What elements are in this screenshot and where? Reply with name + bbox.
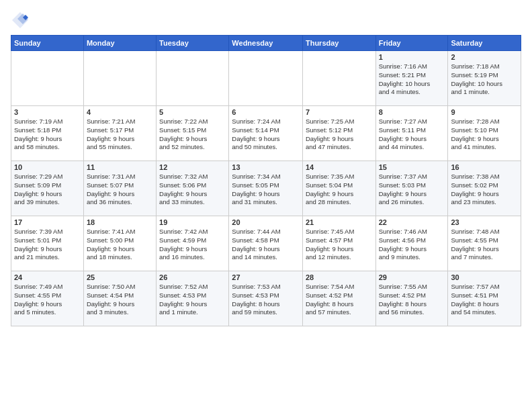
day-number: 27 xyxy=(232,273,300,281)
day-cell: 25Sunrise: 7:50 AM Sunset: 4:54 PM Dayli… xyxy=(83,271,156,326)
day-number: 2 xyxy=(451,53,518,61)
day-cell: 6Sunrise: 7:24 AM Sunset: 5:14 PM Daylig… xyxy=(229,106,303,161)
day-info: Sunrise: 7:37 AM Sunset: 5:03 PM Dayligh… xyxy=(379,173,445,207)
weekday-sunday: Sunday xyxy=(11,36,84,51)
day-info: Sunrise: 7:32 AM Sunset: 5:06 PM Dayligh… xyxy=(159,173,226,207)
day-number: 21 xyxy=(306,218,373,226)
calendar: SundayMondayTuesdayWednesdayThursdayFrid… xyxy=(11,35,521,326)
day-cell: 22Sunrise: 7:46 AM Sunset: 4:56 PM Dayli… xyxy=(375,216,448,271)
day-number: 12 xyxy=(159,163,226,171)
weekday-friday: Friday xyxy=(375,36,448,51)
weekday-wednesday: Wednesday xyxy=(229,36,303,51)
day-info: Sunrise: 7:54 AM Sunset: 4:52 PM Dayligh… xyxy=(306,283,373,317)
day-cell xyxy=(229,51,303,106)
day-info: Sunrise: 7:49 AM Sunset: 4:55 PM Dayligh… xyxy=(14,283,81,317)
week-row-5: 24Sunrise: 7:49 AM Sunset: 4:55 PM Dayli… xyxy=(11,271,521,326)
day-number: 29 xyxy=(379,273,445,281)
week-row-2: 3Sunrise: 7:19 AM Sunset: 5:18 PM Daylig… xyxy=(11,106,521,161)
day-cell: 1Sunrise: 7:16 AM Sunset: 5:21 PM Daylig… xyxy=(375,51,448,106)
day-cell: 9Sunrise: 7:28 AM Sunset: 5:10 PM Daylig… xyxy=(448,106,521,161)
day-number: 22 xyxy=(379,218,445,226)
day-info: Sunrise: 7:38 AM Sunset: 5:02 PM Dayligh… xyxy=(451,173,518,207)
day-cell: 11Sunrise: 7:31 AM Sunset: 5:07 PM Dayli… xyxy=(83,161,156,216)
day-cell: 18Sunrise: 7:41 AM Sunset: 5:00 PM Dayli… xyxy=(83,216,156,271)
day-cell: 27Sunrise: 7:53 AM Sunset: 4:53 PM Dayli… xyxy=(229,271,303,326)
day-info: Sunrise: 7:57 AM Sunset: 4:51 PM Dayligh… xyxy=(451,283,518,317)
day-number: 15 xyxy=(379,163,445,171)
day-cell: 4Sunrise: 7:21 AM Sunset: 5:17 PM Daylig… xyxy=(83,106,156,161)
day-number: 23 xyxy=(451,218,518,226)
day-number: 7 xyxy=(306,108,373,116)
day-number: 28 xyxy=(306,273,373,281)
day-info: Sunrise: 7:28 AM Sunset: 5:10 PM Dayligh… xyxy=(451,118,518,152)
calendar-body: 1Sunrise: 7:16 AM Sunset: 5:21 PM Daylig… xyxy=(11,51,521,326)
weekday-thursday: Thursday xyxy=(302,36,375,51)
weekday-row: SundayMondayTuesdayWednesdayThursdayFrid… xyxy=(11,36,521,51)
logo xyxy=(11,11,32,30)
day-cell: 8Sunrise: 7:27 AM Sunset: 5:11 PM Daylig… xyxy=(375,106,448,161)
logo-icon xyxy=(11,11,30,30)
week-row-3: 10Sunrise: 7:29 AM Sunset: 5:09 PM Dayli… xyxy=(11,161,521,216)
day-cell: 5Sunrise: 7:22 AM Sunset: 5:15 PM Daylig… xyxy=(157,106,229,161)
day-cell: 3Sunrise: 7:19 AM Sunset: 5:18 PM Daylig… xyxy=(11,106,84,161)
day-number: 10 xyxy=(14,163,81,171)
day-cell: 30Sunrise: 7:57 AM Sunset: 4:51 PM Dayli… xyxy=(448,271,521,326)
day-info: Sunrise: 7:29 AM Sunset: 5:09 PM Dayligh… xyxy=(14,173,81,207)
day-info: Sunrise: 7:27 AM Sunset: 5:11 PM Dayligh… xyxy=(379,118,445,152)
header xyxy=(11,11,521,30)
day-cell: 24Sunrise: 7:49 AM Sunset: 4:55 PM Dayli… xyxy=(11,271,84,326)
day-info: Sunrise: 7:16 AM Sunset: 5:21 PM Dayligh… xyxy=(379,62,445,97)
page: SundayMondayTuesdayWednesdayThursdayFrid… xyxy=(0,0,532,411)
day-info: Sunrise: 7:21 AM Sunset: 5:17 PM Dayligh… xyxy=(87,118,153,152)
day-cell: 23Sunrise: 7:48 AM Sunset: 4:55 PM Dayli… xyxy=(448,216,521,271)
weekday-tuesday: Tuesday xyxy=(157,36,229,51)
day-cell: 26Sunrise: 7:52 AM Sunset: 4:53 PM Dayli… xyxy=(157,271,229,326)
weekday-monday: Monday xyxy=(83,36,156,51)
weekday-saturday: Saturday xyxy=(448,36,521,51)
day-info: Sunrise: 7:35 AM Sunset: 5:04 PM Dayligh… xyxy=(306,173,373,207)
day-number: 19 xyxy=(159,218,226,226)
week-row-4: 17Sunrise: 7:39 AM Sunset: 5:01 PM Dayli… xyxy=(11,216,521,271)
day-number: 13 xyxy=(232,163,300,171)
day-cell: 28Sunrise: 7:54 AM Sunset: 4:52 PM Dayli… xyxy=(302,271,375,326)
day-number: 25 xyxy=(87,273,153,281)
day-cell xyxy=(302,51,375,106)
day-info: Sunrise: 7:18 AM Sunset: 5:19 PM Dayligh… xyxy=(451,62,518,97)
day-info: Sunrise: 7:42 AM Sunset: 4:59 PM Dayligh… xyxy=(159,228,226,262)
day-number: 17 xyxy=(14,218,81,226)
day-info: Sunrise: 7:45 AM Sunset: 4:57 PM Dayligh… xyxy=(306,228,373,262)
day-cell: 2Sunrise: 7:18 AM Sunset: 5:19 PM Daylig… xyxy=(448,51,521,106)
day-number: 9 xyxy=(451,108,518,116)
day-cell: 12Sunrise: 7:32 AM Sunset: 5:06 PM Dayli… xyxy=(157,161,229,216)
day-number: 8 xyxy=(379,108,445,116)
day-number: 5 xyxy=(159,108,226,116)
day-info: Sunrise: 7:52 AM Sunset: 4:53 PM Dayligh… xyxy=(159,283,226,317)
day-info: Sunrise: 7:19 AM Sunset: 5:18 PM Dayligh… xyxy=(14,118,81,152)
day-number: 1 xyxy=(379,53,445,61)
day-info: Sunrise: 7:22 AM Sunset: 5:15 PM Dayligh… xyxy=(159,118,226,152)
day-info: Sunrise: 7:53 AM Sunset: 4:53 PM Dayligh… xyxy=(232,283,300,317)
day-number: 30 xyxy=(451,273,518,281)
day-number: 6 xyxy=(232,108,300,116)
day-info: Sunrise: 7:34 AM Sunset: 5:05 PM Dayligh… xyxy=(232,173,300,207)
day-number: 4 xyxy=(87,108,153,116)
calendar-header: SundayMondayTuesdayWednesdayThursdayFrid… xyxy=(11,36,521,51)
day-cell: 16Sunrise: 7:38 AM Sunset: 5:02 PM Dayli… xyxy=(448,161,521,216)
day-cell: 19Sunrise: 7:42 AM Sunset: 4:59 PM Dayli… xyxy=(157,216,229,271)
day-cell: 13Sunrise: 7:34 AM Sunset: 5:05 PM Dayli… xyxy=(229,161,303,216)
day-info: Sunrise: 7:46 AM Sunset: 4:56 PM Dayligh… xyxy=(379,228,445,262)
day-number: 3 xyxy=(14,108,81,116)
day-number: 18 xyxy=(87,218,153,226)
day-cell: 17Sunrise: 7:39 AM Sunset: 5:01 PM Dayli… xyxy=(11,216,84,271)
week-row-1: 1Sunrise: 7:16 AM Sunset: 5:21 PM Daylig… xyxy=(11,51,521,106)
day-number: 24 xyxy=(14,273,81,281)
day-cell xyxy=(157,51,229,106)
day-number: 14 xyxy=(306,163,373,171)
day-info: Sunrise: 7:39 AM Sunset: 5:01 PM Dayligh… xyxy=(14,228,81,262)
day-cell: 15Sunrise: 7:37 AM Sunset: 5:03 PM Dayli… xyxy=(375,161,448,216)
day-number: 26 xyxy=(159,273,226,281)
day-info: Sunrise: 7:25 AM Sunset: 5:12 PM Dayligh… xyxy=(306,118,373,152)
day-cell: 10Sunrise: 7:29 AM Sunset: 5:09 PM Dayli… xyxy=(11,161,84,216)
day-number: 11 xyxy=(87,163,153,171)
day-cell: 14Sunrise: 7:35 AM Sunset: 5:04 PM Dayli… xyxy=(302,161,375,216)
